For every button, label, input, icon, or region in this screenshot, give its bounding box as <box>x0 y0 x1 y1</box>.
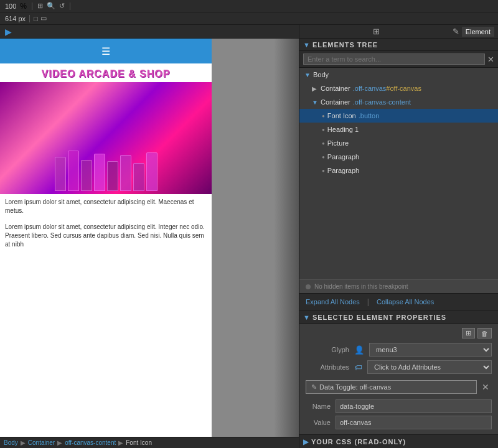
tree-item-paragraph1[interactable]: ● Paragraph <box>299 150 498 164</box>
webpage-header: ☰ <box>0 39 212 63</box>
your-css-arrow[interactable]: ▶ <box>303 437 309 446</box>
toolbar-separator-3 <box>29 15 30 22</box>
attributes-select[interactable]: Click to Add Attributes <box>367 360 492 374</box>
main-area: ▶ ☰ VIDEO ARCADE & SHOP <box>0 25 498 448</box>
tree-item-body[interactable]: ▼ Body <box>299 68 498 82</box>
expand-separator: | <box>367 297 369 306</box>
value-input[interactable] <box>336 416 492 429</box>
canvas-fade <box>274 39 299 437</box>
panel-pencil-icon[interactable]: ✎ <box>453 27 459 36</box>
search-bar: ✕ <box>299 51 498 68</box>
tree-label-paragraph2: Paragraph <box>327 167 359 174</box>
data-toggle-close-button[interactable]: ✕ <box>479 381 492 393</box>
zoom-in-icon[interactable]: 🔍 <box>47 2 55 10</box>
tree-class-container1: .off-canvas#off-canvas <box>353 85 421 92</box>
refresh-icon[interactable]: ↺ <box>59 2 65 10</box>
mobile-icon[interactable]: ▭ <box>40 14 47 22</box>
webpage-text-2: Lorem ipsum dolor sit amet, consectetur … <box>0 219 212 253</box>
selected-props-text: SELECTED ELEMENT PROPERTIES <box>312 314 446 321</box>
webpage-image <box>0 82 212 194</box>
tree-dot-heading1: ● <box>322 127 325 133</box>
px-value: 614 px <box>5 15 26 22</box>
desktop-icon[interactable]: □ <box>34 15 38 22</box>
tree-dot-picture: ● <box>322 141 325 146</box>
search-input[interactable] <box>303 54 485 65</box>
copy-prop-button[interactable]: ⊞ <box>462 328 475 338</box>
tree-dot-paragraph1: ● <box>322 154 325 160</box>
toolbar-separator-2 <box>70 2 70 10</box>
value-row: Value <box>299 414 498 431</box>
tab-element[interactable]: Element <box>462 27 494 37</box>
name-input[interactable] <box>336 399 492 413</box>
panel-topbar: ⊞ ✎ Element <box>299 25 498 39</box>
search-close-icon[interactable]: ✕ <box>487 55 494 64</box>
name-label: Name <box>306 403 331 410</box>
props-area: ⊞ 🗑 Glyph 👤 menu3 Attributes 🏷 Click to … <box>299 324 498 434</box>
tree-arrow-container2: ▼ <box>312 99 318 106</box>
tree-class-font-icon: .button <box>359 112 380 119</box>
hamburger-icon: ☰ <box>101 45 110 57</box>
webpage-preview: ☰ VIDEO ARCADE & SHOP <box>0 39 212 437</box>
props-collapse-arrow[interactable]: ▼ <box>303 314 310 321</box>
attributes-icon: 🏷 <box>354 363 362 372</box>
tree-label-font-icon: Font Icon <box>327 112 356 119</box>
your-css-bar: ▶ YOUR CSS (READ-ONLY) <box>299 434 498 448</box>
prop-attributes-row: Attributes 🏷 Click to Add Attributes <box>299 358 498 376</box>
second-toolbar: 614 px □ ▭ <box>0 12 498 25</box>
breadcrumb-sep-3: ▶ <box>118 439 123 446</box>
tree-area[interactable]: ▼ Body ▶ Container .off-canvas#off-canva… <box>299 68 498 279</box>
glyph-icon: 👤 <box>354 345 364 355</box>
name-row: Name <box>299 398 498 414</box>
tree-label-body: Body <box>313 71 329 78</box>
tree-class-container2: .off-canvas-content <box>353 98 411 106</box>
attributes-label: Attributes <box>306 363 349 371</box>
breadcrumb-sep-2: ▶ <box>57 439 62 446</box>
tree-dot-font-icon: ● <box>322 113 325 119</box>
tree-label-container2: Container <box>321 98 350 106</box>
canvas-content: ☰ VIDEO ARCADE & SHOP <box>0 39 299 437</box>
tree-item-container1[interactable]: ▶ Container .off-canvas#off-canvas <box>299 82 498 95</box>
webpage-text-1: Lorem ipsum dolor sit amet, consectetur … <box>0 194 212 219</box>
no-hidden-bar: No hidden items in this breakpoint <box>299 279 498 293</box>
expand-bar: Expand All Nodes | Collapse All Nodes <box>299 293 498 310</box>
breadcrumb-body[interactable]: Body <box>4 439 18 446</box>
tree-arrow-body: ▼ <box>304 72 311 78</box>
elements-tree-bar: ▼ ELEMENTS TREE <box>299 39 498 51</box>
panel-grid-icon[interactable]: ⊞ <box>373 27 380 36</box>
tree-item-heading1[interactable]: ● Heading 1 <box>299 123 498 136</box>
tree-item-picture[interactable]: ● Picture <box>299 136 498 150</box>
glyph-select[interactable]: menu3 <box>369 343 492 357</box>
expand-all-button[interactable]: Expand All Nodes <box>306 298 360 306</box>
tree-item-container2[interactable]: ▼ Container .off-canvas-content <box>299 95 498 109</box>
delete-prop-button[interactable]: 🗑 <box>477 328 492 338</box>
data-toggle-edit-icon: ✎ <box>311 383 317 391</box>
canvas-area: ▶ ☰ VIDEO ARCADE & SHOP <box>0 25 299 448</box>
elements-tree-label: ELEMENTS TREE <box>312 41 378 49</box>
tree-label-picture: Picture <box>327 139 349 147</box>
collapse-all-button[interactable]: Collapse All Nodes <box>377 298 434 306</box>
tree-label-paragraph1: Paragraph <box>327 153 359 161</box>
canvas-header-arrow: ▶ <box>5 27 12 37</box>
prop-actions: ⊞ 🗑 <box>462 328 492 338</box>
breadcrumb: Body ▶ Container ▶ off-canvas-content ▶ … <box>0 437 299 448</box>
zoom-fit-icon[interactable]: ⊞ <box>37 2 43 10</box>
zoom-percent-symbol: % <box>20 2 27 11</box>
webpage-title: VIDEO ARCADE & SHOP <box>0 63 212 82</box>
canvas-header: ▶ <box>0 25 299 39</box>
tree-item-paragraph2[interactable]: ● Paragraph <box>299 164 498 177</box>
no-hidden-text: No hidden items in this breakpoint <box>314 283 408 290</box>
tree-collapse-arrow[interactable]: ▼ <box>303 41 310 49</box>
breadcrumb-sep-1: ▶ <box>21 439 26 446</box>
breadcrumb-font-icon: Font Icon <box>126 439 152 446</box>
selected-props-label-bar: ▼ SELECTED ELEMENT PROPERTIES <box>299 310 498 324</box>
prop-glyph-row: Glyph 👤 menu3 <box>299 341 498 358</box>
prop-action-row: ⊞ 🗑 <box>299 328 498 341</box>
tree-item-font-icon[interactable]: ● Font Icon .button <box>299 109 498 123</box>
zoom-level: 100 <box>5 2 16 10</box>
right-panel: ⊞ ✎ Element ▼ ELEMENTS TREE ✕ ▼ Body ▶ C… <box>299 25 498 448</box>
breadcrumb-container[interactable]: Container <box>28 439 55 446</box>
tree-arrow-container1: ▶ <box>312 85 318 92</box>
breadcrumb-off-canvas-content[interactable]: off-canvas-content <box>65 439 116 446</box>
top-toolbar: 100 % ⊞ 🔍 ↺ <box>0 0 498 12</box>
arcade-scene <box>0 82 212 194</box>
